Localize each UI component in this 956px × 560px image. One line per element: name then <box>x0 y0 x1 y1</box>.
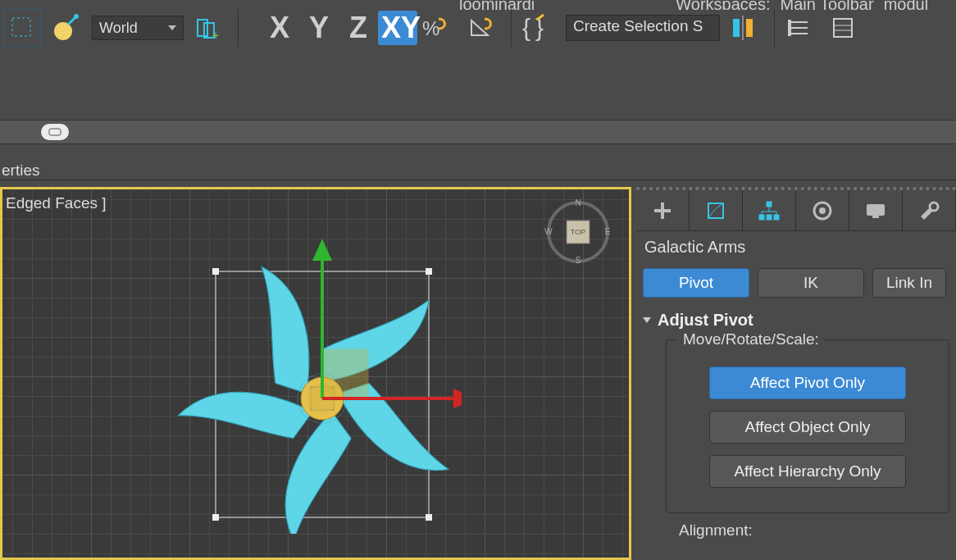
hierarchy-subtabs: Pivot IK Link In <box>636 263 956 303</box>
group-legend: Move/Rotate/Scale: <box>678 330 824 348</box>
tab-create[interactable] <box>636 190 690 230</box>
tab-hierarchy[interactable] <box>743 190 796 230</box>
viewport-shading-label[interactable]: Edged Faces ] <box>6 194 107 212</box>
chevron-down-icon <box>643 317 651 323</box>
axis-z-button[interactable]: Z <box>339 11 378 45</box>
rollout-adjust-pivot: Adjust Pivot Move/Rotate/Scale: Affect P… <box>643 307 949 513</box>
svg-text:%: % <box>422 17 439 39</box>
percent-snap-icon[interactable]: % <box>417 9 455 47</box>
svg-marker-33 <box>312 239 332 261</box>
ribbon-panel-toggle[interactable] <box>41 124 69 140</box>
axis-y-button[interactable]: Y <box>299 11 339 45</box>
separator <box>238 9 239 47</box>
tab-utilities[interactable] <box>903 190 956 230</box>
svg-rect-10 <box>746 19 753 37</box>
axis-x-button[interactable]: X <box>260 11 299 45</box>
separator <box>774 9 775 47</box>
svg-rect-50 <box>867 204 885 216</box>
use-pivot-center-icon[interactable]: + <box>189 9 226 47</box>
svg-rect-42 <box>767 215 772 220</box>
svg-rect-31 <box>322 349 368 398</box>
group-move-rotate-scale: Move/Rotate/Scale: Affect Pivot Only Aff… <box>666 339 949 513</box>
selection-filter-icon[interactable] <box>3 9 41 47</box>
selection-set-dropdown[interactable]: Create Selection S <box>566 15 720 41</box>
affect-pivot-only-button[interactable]: Affect Pivot Only <box>709 367 906 399</box>
svg-rect-23 <box>212 268 219 275</box>
align-list-icon[interactable] <box>780 9 817 47</box>
affect-hierarchy-only-button[interactable]: Affect Hierarchy Only <box>709 455 906 488</box>
coord-system-value: World <box>99 20 138 37</box>
tab-motion[interactable] <box>796 190 849 230</box>
command-panel-tabs <box>636 190 956 231</box>
svg-rect-16 <box>834 19 852 37</box>
compass-w: W <box>544 227 553 236</box>
ribbon-bar <box>0 120 956 144</box>
viewport[interactable]: Edged Faces ] TOP N E S W <box>0 187 631 560</box>
rollout-title: Adjust Pivot <box>658 311 753 330</box>
properties-tab[interactable]: erties <box>2 162 39 180</box>
object-name: Galactic Arms <box>636 231 956 263</box>
svg-rect-9 <box>733 19 740 37</box>
viewcube[interactable]: TOP N E S W <box>544 198 612 266</box>
subtab-ik[interactable]: IK <box>758 268 864 298</box>
svg-point-2 <box>74 14 79 19</box>
svg-rect-25 <box>212 514 219 521</box>
named-sel-sets-icon[interactable]: {} <box>517 9 554 47</box>
svg-rect-24 <box>426 268 432 275</box>
compass-n: N <box>575 198 580 207</box>
selected-object[interactable]: y x <box>166 239 462 534</box>
window-crossing-icon[interactable] <box>48 9 85 47</box>
compass-s: S <box>576 256 581 265</box>
svg-rect-0 <box>12 18 30 36</box>
tab-modify[interactable] <box>690 190 743 230</box>
viewport-tab-row: erties <box>0 156 956 180</box>
selection-set-text: Create Selection S <box>573 17 703 34</box>
svg-rect-43 <box>774 215 779 220</box>
svg-text:+: + <box>212 29 219 41</box>
svg-rect-40 <box>767 202 772 207</box>
svg-point-49 <box>819 207 826 214</box>
schematic-view-icon[interactable] <box>824 9 862 47</box>
group-alignment-legend: Alignment: <box>679 521 753 540</box>
svg-rect-51 <box>872 216 879 218</box>
svg-point-52 <box>930 203 938 211</box>
tab-display[interactable] <box>849 190 903 230</box>
affect-object-only-button[interactable]: Affect Object Only <box>709 411 906 444</box>
subtab-pivot[interactable]: Pivot <box>643 268 749 298</box>
separator <box>511 9 512 47</box>
svg-rect-19 <box>49 129 61 135</box>
subtab-link-info[interactable]: Link In <box>872 268 946 298</box>
svg-rect-41 <box>759 215 764 220</box>
command-panel: Galactic Arms Pivot IK Link In Adjust Pi… <box>636 187 956 560</box>
rollout-adjust-pivot-header[interactable]: Adjust Pivot <box>643 307 949 333</box>
svg-marker-35 <box>453 389 462 408</box>
coord-system-dropdown[interactable]: World <box>92 16 184 40</box>
viewcube-face[interactable]: TOP <box>571 228 585 236</box>
svg-rect-15 <box>788 20 791 36</box>
svg-rect-39 <box>708 203 723 218</box>
mirror-icon[interactable] <box>725 9 763 47</box>
svg-text:{: { <box>522 14 530 41</box>
angle-snap-icon[interactable] <box>462 9 499 47</box>
compass-e: E <box>605 227 611 236</box>
main-toolbar: World + X Y Z XY % {} Create Selection S <box>0 5 956 51</box>
svg-rect-26 <box>426 514 432 521</box>
axis-xy-button[interactable]: XY <box>378 11 417 45</box>
